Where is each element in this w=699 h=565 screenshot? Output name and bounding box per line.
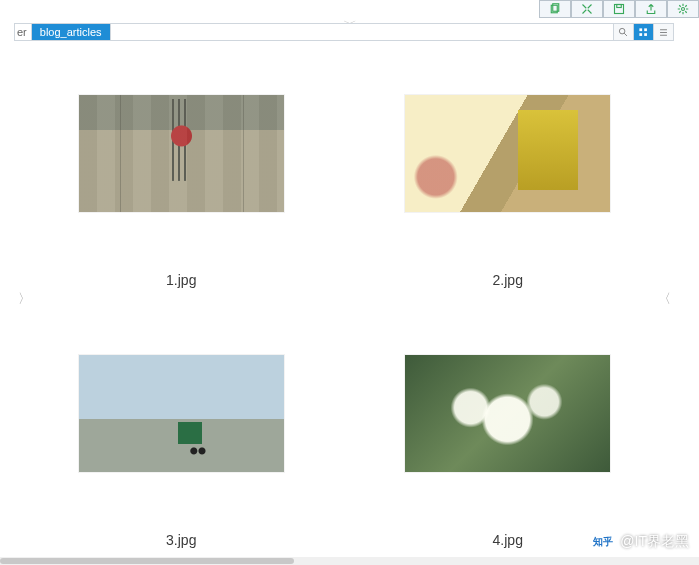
path-prefix: er (15, 24, 32, 40)
file-cell[interactable]: 4.jpg (345, 305, 672, 565)
horizontal-scrollbar[interactable] (0, 557, 699, 565)
top-toolbar (539, 0, 699, 18)
thumbnail-image (79, 95, 284, 212)
svg-point-5 (619, 28, 625, 34)
thumbnail-image (405, 95, 610, 212)
grid-view-icon (638, 27, 649, 38)
file-name: 2.jpg (493, 272, 523, 288)
expand-icon (581, 3, 593, 15)
file-name: 3.jpg (166, 532, 196, 548)
settings-button[interactable] (667, 0, 699, 18)
thumbnail-image (79, 355, 284, 472)
path-bar: er blog_articles (14, 23, 674, 41)
svg-rect-7 (644, 28, 647, 31)
list-view-button[interactable] (653, 24, 673, 40)
svg-rect-9 (644, 33, 647, 36)
path-segment[interactable]: blog_articles (32, 24, 111, 40)
file-cell[interactable]: 1.jpg (18, 45, 345, 305)
scrollbar-thumb[interactable] (0, 558, 294, 564)
copy-button[interactable] (539, 0, 571, 18)
svg-rect-2 (615, 5, 624, 14)
list-view-icon (658, 27, 669, 38)
file-name: 4.jpg (493, 532, 523, 548)
svg-rect-3 (617, 5, 622, 8)
path-input[interactable] (111, 24, 613, 40)
copy-icon (549, 3, 561, 15)
path-view-controls (613, 24, 673, 40)
search-button[interactable] (613, 24, 633, 40)
thumbnail-image (405, 355, 610, 472)
grid-view-button[interactable] (633, 24, 653, 40)
file-cell[interactable]: 3.jpg (18, 305, 345, 565)
file-cell[interactable]: 2.jpg (345, 45, 672, 305)
thumbnail-grid: 1.jpg 2.jpg 3.jpg 4.jpg (18, 45, 671, 565)
settings-icon (677, 3, 689, 15)
share-button[interactable] (635, 0, 667, 18)
save-icon (613, 3, 625, 15)
file-name: 1.jpg (166, 272, 196, 288)
svg-rect-6 (639, 28, 642, 31)
svg-point-4 (682, 8, 685, 11)
search-icon (618, 27, 629, 38)
svg-rect-8 (639, 33, 642, 36)
save-button[interactable] (603, 0, 635, 18)
share-icon (645, 3, 657, 15)
expand-button[interactable] (571, 0, 603, 18)
